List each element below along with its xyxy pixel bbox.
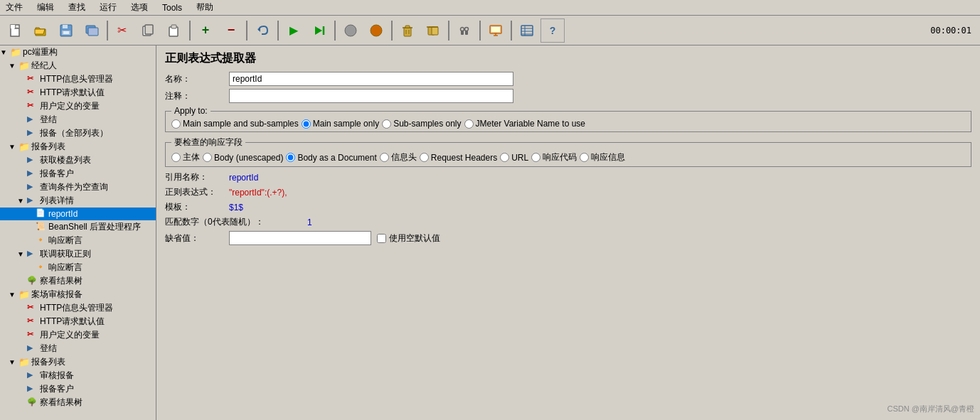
start-no-pause-button[interactable] [307, 18, 331, 43]
paste-button[interactable] [162, 18, 186, 43]
svg-rect-30 [465, 31, 468, 35]
shutdown-button[interactable] [364, 18, 388, 43]
sidebar-item-http-header-mgr2[interactable]: ✂HTTP信息头管理器 [0, 301, 156, 315]
field-request-headers-radio[interactable] [420, 153, 429, 162]
sidebar-item-http-default2[interactable]: ✂HTTP请求默认值 [0, 315, 156, 328]
label-pc-reconstruct: pc端重构 [23, 46, 58, 58]
label-fetch-regex: 联调获取正则 [40, 248, 91, 260]
search-button[interactable] [452, 18, 476, 43]
label-query-condition: 查询条件为空查询 [40, 181, 108, 193]
label-http-default: HTTP请求默认值 [40, 87, 105, 99]
apply-jmeter-var[interactable]: JMeter Variable Name to use [464, 119, 586, 129]
save-button[interactable] [54, 18, 78, 43]
sidebar-item-reportid[interactable]: 📄reportId [0, 208, 156, 220]
icon-report-list2: 📁 [18, 357, 30, 368]
use-empty-default-checkbox[interactable] [377, 234, 386, 243]
comment-input[interactable] [229, 89, 513, 103]
sidebar-item-case-audit[interactable]: ▼📁案场审核报备 [0, 288, 156, 301]
svg-rect-28 [464, 28, 465, 30]
sidebar-item-report-full[interactable]: ▶报备（全部列表） [0, 126, 156, 140]
field-response-code-radio[interactable] [531, 153, 540, 162]
apply-main-only-radio[interactable] [302, 119, 311, 129]
sidebar-item-http-default[interactable]: ✂HTTP请求默认值 [0, 86, 156, 99]
sidebar-item-report-client2[interactable]: ▶报备客户 [0, 382, 156, 396]
default-value-input[interactable] [229, 231, 371, 245]
field-info-header-radio[interactable] [380, 153, 389, 162]
match-no-value: 1 [307, 217, 312, 227]
sidebar-item-list-detail[interactable]: ▼▶列表详情 [0, 194, 156, 208]
field-body-unescaped-radio[interactable] [203, 153, 212, 162]
menu-find[interactable]: 查找 [65, 1, 88, 14]
apply-main-and-sub-label: Main sample and sub-samples [183, 119, 299, 129]
field-body-unescaped[interactable]: Body (unescaped) [203, 153, 283, 163]
sidebar-item-login2[interactable]: ▶登结 [0, 342, 156, 355]
sidebar-item-report-list2[interactable]: ▼📁报备列表 [0, 355, 156, 369]
field-body-doc-radio[interactable] [286, 153, 295, 162]
use-empty-default[interactable]: 使用空默认值 [377, 232, 440, 244]
menu-help[interactable]: 帮助 [193, 1, 216, 14]
open-button[interactable] [28, 18, 53, 43]
sidebar-item-report-client[interactable]: ▶报备客户 [0, 167, 156, 181]
sidebar-item-view-result-tree[interactable]: 🌳察看结果树 [0, 274, 156, 288]
apply-main-and-sub[interactable]: Main sample and sub-samples [171, 119, 299, 129]
sidebar-item-view-result-tree2[interactable]: 🌳察看结果树 [0, 396, 156, 409]
field-request-headers[interactable]: Request Headers [420, 153, 497, 163]
field-body[interactable]: 主体 [171, 151, 200, 163]
sidebar-item-query-condition[interactable]: ▶查询条件为空查询 [0, 181, 156, 194]
field-body-radio[interactable] [171, 153, 181, 162]
sidebar-item-get-disk-list[interactable]: ▶获取楼盘列表 [0, 154, 156, 167]
sidebar-item-audit-report[interactable]: ▶审核报备 [0, 369, 156, 382]
apply-jmeter-var-radio[interactable] [464, 119, 474, 129]
menu-tools[interactable]: Tools [159, 2, 185, 14]
sidebar-item-report-list[interactable]: ▼📁报备列表 [0, 140, 156, 154]
sidebar-item-response-assert2[interactable]: 🔸响应断言 [0, 261, 156, 274]
add-button[interactable]: + [193, 18, 218, 43]
remote-button[interactable] [484, 18, 508, 43]
apply-sub-only-label: Sub-samples only [393, 119, 461, 129]
sidebar-item-fetch-regex[interactable]: ▼▶联调获取正则 [0, 247, 156, 261]
remove-button[interactable]: − [219, 18, 243, 43]
name-input[interactable] [229, 72, 513, 86]
copy-button[interactable] [137, 18, 161, 43]
svg-rect-24 [432, 27, 438, 35]
help-button[interactable]: ? [540, 18, 565, 43]
start-button[interactable]: ▶ [282, 18, 306, 43]
apply-main-only[interactable]: Main sample only [302, 119, 379, 129]
sidebar-item-response-assert[interactable]: 🔸响应断言 [0, 234, 156, 247]
field-response-msg-radio[interactable] [580, 153, 589, 162]
save-screen-button[interactable] [80, 18, 104, 43]
sidebar-item-user-vars[interactable]: ✂用户定义的变量 [0, 99, 156, 113]
field-url-radio[interactable] [500, 153, 509, 162]
sidebar-item-agent[interactable]: ▼📁经纪人 [0, 59, 156, 72]
field-body-doc-label: Body as a Document [297, 153, 376, 163]
menu-edit[interactable]: 编辑 [34, 1, 57, 14]
field-response-code[interactable]: 响应代码 [531, 151, 577, 163]
apply-main-and-sub-radio[interactable] [171, 119, 181, 129]
field-info-header[interactable]: 信息头 [380, 151, 417, 163]
cut-button[interactable]: ✂ [111, 18, 135, 43]
field-url[interactable]: URL [500, 153, 528, 163]
new-button[interactable] [3, 18, 27, 43]
menubar: 文件 编辑 查找 运行 选项 Tools 帮助 [0, 0, 980, 16]
clear-button[interactable] [395, 18, 420, 43]
sidebar-item-http-header-mgr[interactable]: ✂HTTP信息头管理器 [0, 72, 156, 86]
apply-sub-only[interactable]: Sub-samples only [382, 119, 461, 129]
sidebar-item-login[interactable]: ▶登结 [0, 113, 156, 126]
clear-all-button[interactable] [421, 18, 445, 43]
stop-button[interactable] [339, 18, 363, 43]
field-response-msg[interactable]: 响应信息 [580, 151, 625, 163]
sidebar-item-pc-reconstruct[interactable]: ▼📁pc端重构 [0, 45, 156, 59]
field-body-doc[interactable]: Body as a Document [286, 153, 376, 163]
arrow-agent: ▼ [9, 62, 18, 70]
list-button[interactable] [515, 18, 539, 43]
timer: 00:00:01 [930, 26, 977, 36]
apply-sub-only-radio[interactable] [382, 119, 391, 129]
menu-run[interactable]: 运行 [97, 1, 119, 14]
menu-file[interactable]: 文件 [3, 1, 26, 14]
label-view-result-tree: 察看结果树 [40, 275, 82, 287]
menu-options[interactable]: 选项 [128, 1, 151, 14]
name-row: 名称： [165, 72, 971, 86]
undo-button[interactable] [250, 18, 275, 43]
sidebar-item-user-vars2[interactable]: ✂用户定义的变量 [0, 328, 156, 342]
sidebar-item-beanshell[interactable]: 📜BeanShell 后置处理程序 [0, 220, 156, 234]
